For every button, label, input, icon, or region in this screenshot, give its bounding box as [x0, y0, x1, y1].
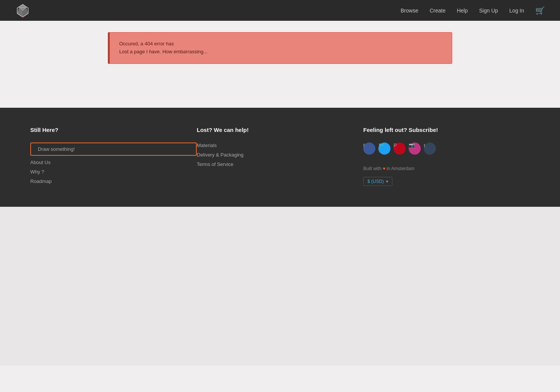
footer-terms-link[interactable]: Terms of Service — [197, 161, 363, 167]
footer-about-us-link[interactable]: About Us — [30, 160, 197, 165]
footer-col-help: Lost? We can help! Materials Delivery & … — [197, 127, 363, 188]
built-with-text: Built with ♥ in Amsterdam — [363, 166, 530, 171]
footer-col-subscribe: Feeling left out? Subscribe! f 🐦 P 📷 t B… — [363, 127, 530, 188]
error-line1: Occured, a 404 error has — [119, 40, 442, 48]
footer-delivery-link[interactable]: Delivery & Packaging — [197, 152, 363, 158]
facebook-icon[interactable]: f — [363, 143, 375, 155]
browse-link[interactable]: Browse — [401, 8, 418, 14]
tumblr-icon[interactable]: t — [424, 143, 436, 155]
login-link[interactable]: Log In — [509, 8, 524, 14]
footer-heading-still-here: Still Here? — [30, 127, 197, 133]
draw-something-button[interactable]: Draw something! — [30, 143, 197, 156]
cart-icon[interactable]: 🛒 — [535, 6, 545, 15]
footer-roadmap-link[interactable]: Roadmap — [30, 178, 197, 184]
navbar-right: Browse Create Help Sign Up Log In 🛒 — [401, 6, 545, 15]
pinterest-icon[interactable]: P — [394, 143, 406, 155]
help-link[interactable]: Help — [457, 8, 468, 14]
twitter-icon[interactable]: 🐦 — [378, 143, 390, 155]
navbar: Browse Create Help Sign Up Log In 🛒 — [0, 0, 560, 21]
heart-icon: ♥ — [383, 166, 385, 171]
signup-link[interactable]: Sign Up — [479, 8, 498, 14]
instagram-icon[interactable]: 📷 — [409, 143, 421, 155]
footer-heading-subscribe: Feeling left out? Subscribe! — [363, 127, 530, 133]
footer-materials-link[interactable]: Materials — [197, 143, 363, 148]
footer: Still Here? Draw something! About Us Why… — [0, 108, 560, 207]
footer-col-still-here: Still Here? Draw something! About Us Why… — [30, 127, 197, 188]
social-icons: f 🐦 P 📷 t — [363, 143, 530, 158]
below-footer — [0, 207, 560, 366]
footer-heading-help: Lost? We can help! — [197, 127, 363, 133]
footer-why-link[interactable]: Why ? — [30, 169, 197, 175]
chevron-down-icon: ▾ — [386, 179, 388, 184]
currency-label: $ (USD) — [367, 179, 384, 184]
currency-dropdown[interactable]: $ (USD) ▾ — [363, 177, 392, 186]
main-content: Occured, a 404 error has Lost a page I h… — [0, 21, 560, 108]
logo-link[interactable] — [15, 3, 30, 18]
create-link[interactable]: Create — [429, 8, 445, 14]
error-line2: Lost a page I have. How embarrassing... — [119, 48, 442, 56]
error-box: Occured, a 404 error has Lost a page I h… — [108, 32, 452, 64]
navbar-left — [15, 3, 30, 18]
